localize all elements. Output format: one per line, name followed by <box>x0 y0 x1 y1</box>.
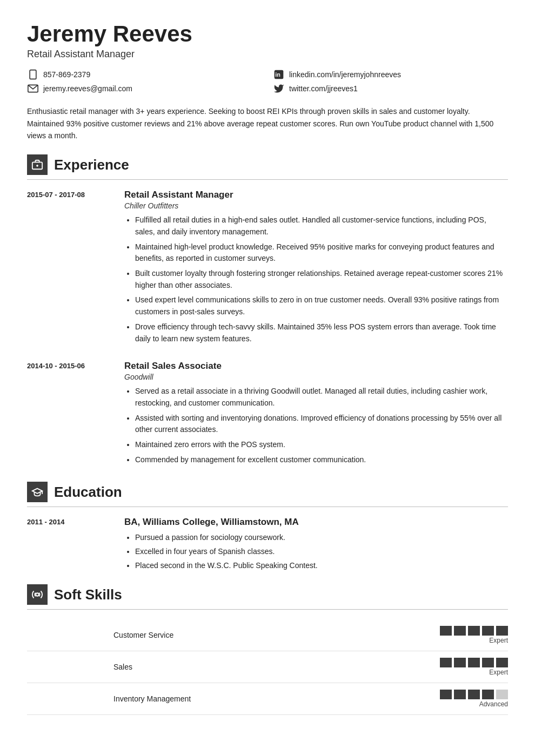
edu-content-1: BA, Williams College, Williamstown, MA P… <box>124 517 508 573</box>
skill-item-customer-service: Customer Service Expert <box>27 619 508 651</box>
skill-level-2: Expert <box>489 669 508 676</box>
skill-name-2: Sales <box>27 663 132 671</box>
experience-divider <box>27 179 508 180</box>
skill-bar <box>454 658 466 667</box>
skill-bar <box>468 626 480 636</box>
candidate-name: Jeremy Reeves <box>27 22 508 46</box>
linkedin-text: linkedin.com/in/jeremyjohnreeves <box>289 70 401 79</box>
list-item: Drove efficiency through tech-savvy skil… <box>135 321 508 345</box>
contact-email: jeremy.reeves@gmail.com <box>27 83 262 94</box>
exp-role-2: Retail Sales Associate <box>124 361 508 372</box>
list-item: Pursued a passion for sociology coursewo… <box>135 532 508 544</box>
skill-bars-1 <box>440 626 508 636</box>
exp-content-2: Retail Sales Associate Goodwill Served a… <box>124 361 508 469</box>
exp-item-1: 2015-07 - 2017-08 Retail Assistant Manag… <box>27 190 508 348</box>
exp-item-2: 2014-10 - 2015-06 Retail Sales Associate… <box>27 361 508 469</box>
skill-bar <box>468 658 480 667</box>
skill-right-2: Expert <box>440 658 508 676</box>
skill-bar-empty <box>496 690 508 699</box>
skill-bars-3 <box>440 690 508 699</box>
experience-section-header: Experience <box>27 154 508 175</box>
skill-bar <box>482 690 494 699</box>
education-divider <box>27 507 508 507</box>
list-item: Built customer loyalty through fostering… <box>135 268 508 291</box>
skill-bar <box>496 626 508 636</box>
skills-divider <box>27 609 508 610</box>
email-text: jeremy.reeves@gmail.com <box>43 84 132 93</box>
skill-name-1: Customer Service <box>27 631 173 639</box>
skill-bar <box>482 626 494 636</box>
skill-bar <box>482 658 494 667</box>
exp-company-2: Goodwill <box>124 373 508 381</box>
list-item: Fulfilled all retail duties in a high-en… <box>135 214 508 238</box>
education-icon <box>27 482 48 502</box>
skill-bar <box>440 690 452 699</box>
contact-linkedin: in linkedin.com/in/jeremyjohnreeves <box>273 69 508 80</box>
skills-section-header: Soft Skills <box>27 584 508 605</box>
edu-date-1: 2011 - 2014 <box>27 517 113 573</box>
list-item: Used expert level communications skills … <box>135 294 508 318</box>
exp-company-1: Chiller Outfitters <box>124 201 508 210</box>
exp-role-1: Retail Assistant Manager <box>124 190 508 200</box>
list-item: Maintained zero errors with the POS syst… <box>135 439 508 451</box>
contact-twitter: twitter.com/jjreeves1 <box>273 83 508 94</box>
summary: Enthusiastic retail manager with 3+ year… <box>27 105 508 141</box>
experience-title: Experience <box>54 157 129 173</box>
list-item: Commended by management for excellent cu… <box>135 454 508 466</box>
skill-bar <box>454 626 466 636</box>
svg-rect-0 <box>30 70 36 79</box>
phone-text: 857-869-2379 <box>43 70 90 79</box>
contact-phone: 857-869-2379 <box>27 69 262 80</box>
svg-text:in: in <box>275 71 280 78</box>
exp-bullets-2: Served as a retail associate in a thrivi… <box>124 386 508 465</box>
exp-bullets-1: Fulfilled all retail duties in a high-en… <box>124 214 508 345</box>
skill-bar <box>454 690 466 699</box>
exp-date-2: 2014-10 - 2015-06 <box>27 361 113 469</box>
education-section-header: Education <box>27 482 508 502</box>
skill-bars-2 <box>440 658 508 667</box>
list-item: Assisted with sorting and inventorying d… <box>135 413 508 436</box>
list-item: Excelled in four years of Spanish classe… <box>135 546 508 558</box>
edu-degree-1: BA, Williams College, Williamstown, MA <box>124 517 508 528</box>
job-title: Retail Assistant Manager <box>27 49 508 60</box>
skill-right-3: Advanced <box>440 690 508 708</box>
exp-date-1: 2015-07 - 2017-08 <box>27 190 113 348</box>
skill-bar <box>468 690 480 699</box>
skill-right-1: Expert <box>440 626 508 644</box>
edu-bullets-1: Pursued a passion for sociology coursewo… <box>124 532 508 571</box>
skill-bar <box>440 658 452 667</box>
contact-grid: 857-869-2379 in linkedin.com/in/jeremyjo… <box>27 69 508 94</box>
skills-icon <box>27 584 48 605</box>
skills-title: Soft Skills <box>54 586 122 603</box>
list-item: Served as a retail associate in a thrivi… <box>135 386 508 409</box>
twitter-text: twitter.com/jjreeves1 <box>289 84 358 93</box>
skill-bar <box>440 626 452 636</box>
list-item: Placed second in the W.S.C. Public Speak… <box>135 560 508 572</box>
twitter-icon <box>273 83 285 94</box>
skill-bar <box>496 658 508 667</box>
skills-list: Customer Service Expert Sales Expert <box>27 619 508 715</box>
skill-item-inventory: Inventory Management Advanced <box>27 683 508 715</box>
skill-name-3: Inventory Management <box>27 694 191 703</box>
exp-content-1: Retail Assistant Manager Chiller Outfitt… <box>124 190 508 348</box>
education-title: Education <box>54 484 122 501</box>
edu-item-1: 2011 - 2014 BA, Williams College, Willia… <box>27 517 508 573</box>
svg-point-8 <box>36 593 39 597</box>
linkedin-icon: in <box>273 69 285 80</box>
skill-item-sales: Sales Expert <box>27 651 508 683</box>
email-icon <box>27 83 39 94</box>
phone-icon <box>27 69 39 80</box>
skill-level-3: Advanced <box>479 700 508 708</box>
list-item: Maintained high-level product knowledge.… <box>135 241 508 265</box>
skill-level-1: Expert <box>489 637 508 644</box>
experience-icon <box>27 154 48 175</box>
